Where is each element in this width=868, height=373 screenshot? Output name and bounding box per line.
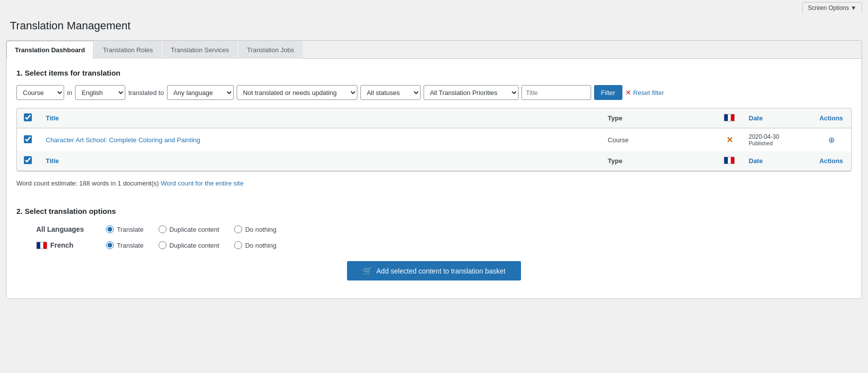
word-count-value: 188 words in 1 document(s): [79, 180, 159, 187]
radio-translate-fr-label: Translate: [117, 242, 144, 249]
radio-duplicate-fr-label: Duplicate content: [170, 242, 219, 249]
word-count-link[interactable]: Word count for the entire site: [161, 180, 244, 187]
content-type-select[interactable]: Course Page Post: [16, 85, 64, 100]
lang-name-all: All Languages: [36, 225, 106, 233]
add-basket-label: Add selected content to translation bask…: [376, 267, 506, 275]
radio-nothing-fr[interactable]: Do nothing: [234, 241, 276, 249]
title-filter-input[interactable]: [521, 85, 591, 100]
tab-translation-roles[interactable]: Translation Roles: [94, 41, 162, 59]
radio-translate-fr-input[interactable]: [106, 241, 114, 249]
status-select[interactable]: Not translated or needs updating Transla…: [237, 85, 357, 100]
select-all-checkbox[interactable]: [24, 113, 32, 121]
radio-duplicate-fr[interactable]: Duplicate content: [159, 241, 219, 249]
tab-translation-services[interactable]: Translation Services: [163, 41, 238, 59]
footer-flag-fr: [724, 157, 735, 164]
lang-row-fr: French Translate Duplicate content Do no…: [16, 241, 852, 249]
cart-icon: 🛒: [362, 266, 372, 276]
in-label: in: [67, 89, 72, 96]
section2-title: 2. Select translation options: [16, 207, 852, 215]
filter-button[interactable]: Filter: [594, 85, 622, 100]
radio-duplicate-all-input[interactable]: [159, 225, 167, 233]
row-title[interactable]: Character Art School: Complete Coloring …: [39, 128, 601, 152]
flag-fr-icon: [36, 242, 47, 249]
items-table: Title Type Date Actions: [16, 108, 852, 172]
word-count-row: Word count estimate: 188 words in 1 docu…: [16, 180, 852, 187]
radio-nothing-all-input[interactable]: [234, 225, 242, 233]
translation-options: All Languages Translate Duplicate conten…: [16, 225, 852, 249]
row-date-value: 2020-04-30: [749, 133, 804, 140]
row-date: 2020-04-30 Published: [742, 128, 811, 152]
radio-nothing-fr-label: Do nothing: [245, 242, 276, 249]
radio-nothing-all-label: Do nothing: [245, 226, 276, 233]
tf-date: Date: [742, 151, 811, 171]
screen-options-button[interactable]: Screen Options ▼: [802, 2, 862, 13]
row-published-badge: Published: [749, 140, 804, 146]
add-basket-button[interactable]: 🛒 Add selected content to translation ba…: [347, 261, 521, 280]
all-statuses-select[interactable]: All statuses Published Draft Pending: [360, 85, 421, 100]
radio-group-all: Translate Duplicate content Do nothing: [106, 225, 276, 233]
filter-row: Course Page Post in English French Spani…: [16, 85, 852, 100]
tf-type: Type: [601, 151, 717, 171]
row-action-icon[interactable]: ⊕: [828, 136, 835, 144]
source-lang-select[interactable]: English French Spanish: [75, 85, 125, 100]
th-type: Type: [601, 108, 717, 128]
table-row: Character Art School: Complete Coloring …: [17, 128, 851, 152]
add-basket-container: 🛒 Add selected content to translation ba…: [16, 261, 852, 280]
table-footer-row: Title Type Date Actions: [17, 151, 851, 171]
tab-bar: Translation Dashboard Translation Roles …: [6, 41, 862, 59]
table-header-row: Title Type Date Actions: [17, 108, 851, 128]
x-icon: ✕: [625, 89, 631, 96]
th-actions: Actions: [811, 108, 851, 128]
reset-filter-label: Reset filter: [633, 89, 664, 96]
lang-row-all: All Languages Translate Duplicate conten…: [16, 225, 852, 233]
row-checkbox[interactable]: [24, 135, 32, 143]
radio-translate-all[interactable]: Translate: [106, 225, 144, 233]
tf-flag: [717, 151, 742, 171]
row-flag-cell: ✕: [717, 128, 742, 152]
radio-group-fr: Translate Duplicate content Do nothing: [106, 241, 276, 249]
translated-to-label: translated to: [128, 89, 164, 96]
radio-translate-all-input[interactable]: [106, 225, 114, 233]
radio-translate-all-label: Translate: [117, 226, 144, 233]
tab-translation-dashboard[interactable]: Translation Dashboard: [6, 41, 93, 59]
top-bar: Screen Options ▼: [0, 0, 868, 15]
radio-duplicate-fr-input[interactable]: [159, 241, 167, 249]
row-type: Course: [601, 128, 717, 152]
lang-name-fr: French: [36, 241, 106, 249]
radio-duplicate-all-label: Duplicate content: [170, 226, 219, 233]
target-lang-select[interactable]: Any language French Spanish German: [167, 85, 234, 100]
content-area: 1. Select items for translation Course P…: [6, 59, 862, 298]
reset-filter-link[interactable]: ✕ Reset filter: [625, 89, 664, 96]
main-panel: Translation Dashboard Translation Roles …: [6, 40, 862, 299]
radio-translate-fr[interactable]: Translate: [106, 241, 144, 249]
section1-title: 1. Select items for translation: [16, 69, 852, 77]
tf-actions: Actions: [811, 151, 851, 171]
word-count-prefix: Word count estimate:: [16, 180, 79, 187]
row-action-cell: ⊕: [811, 128, 851, 152]
header-flag-fr: [724, 114, 735, 121]
select-all-footer-checkbox[interactable]: [24, 156, 32, 164]
radio-nothing-fr-input[interactable]: [234, 241, 242, 249]
french-label: French: [50, 241, 74, 249]
orange-x-icon: ✕: [726, 136, 733, 144]
tab-translation-jobs[interactable]: Translation Jobs: [239, 41, 303, 59]
radio-nothing-all[interactable]: Do nothing: [234, 225, 276, 233]
radio-duplicate-all[interactable]: Duplicate content: [159, 225, 219, 233]
page-title: Translation Management: [0, 15, 868, 40]
th-flag: [717, 108, 742, 128]
th-title[interactable]: Title: [39, 108, 601, 128]
tf-title[interactable]: Title: [39, 151, 601, 171]
th-date: Date: [742, 108, 811, 128]
priorities-select[interactable]: All Translation Priorities High Medium L…: [424, 85, 519, 100]
